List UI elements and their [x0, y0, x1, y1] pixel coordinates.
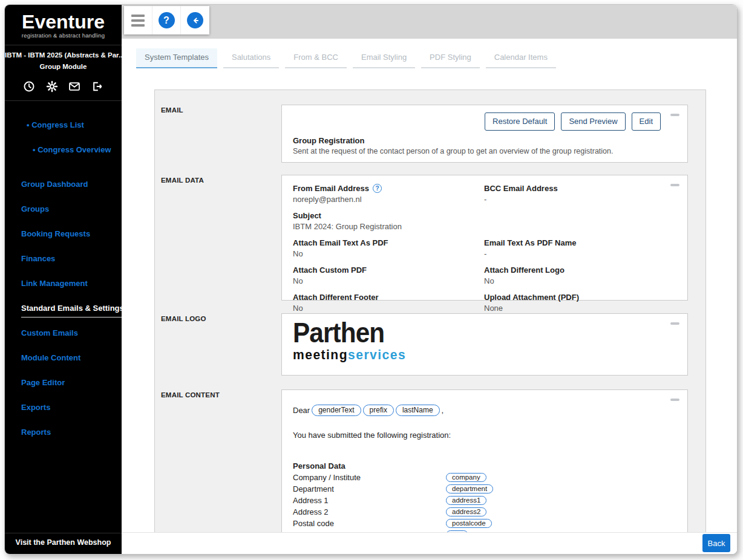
- field-empty: [484, 211, 676, 231]
- section-email-content-label: EMAIL CONTENT: [155, 389, 281, 532]
- bullet-icon: •: [33, 145, 36, 154]
- menu-button[interactable]: [124, 6, 152, 34]
- sidebar: Eventure registration & abstract handlin…: [5, 5, 122, 554]
- token-company: company: [446, 473, 486, 482]
- token-address1: address1: [446, 496, 486, 505]
- section-email-data-label: EMAIL DATA: [155, 175, 281, 301]
- main-area: ? System Templates Salutations From & BC…: [122, 5, 737, 554]
- email-template-description: Sent at the request of the contact perso…: [293, 147, 676, 155]
- edit-button[interactable]: Edit: [632, 112, 661, 131]
- parthen-logo: Parthen: [293, 318, 638, 347]
- sidebar-item-finances[interactable]: Finances: [21, 254, 122, 263]
- sidebar-nav: • Congress List • Congress Overview Grou…: [5, 101, 122, 533]
- sidebar-item-reports[interactable]: Reports: [21, 428, 122, 437]
- app-logo: Eventure registration & abstract handlin…: [5, 5, 122, 45]
- content-row-postalcode: Postal code postalcode: [293, 519, 676, 527]
- back-button[interactable]: Back: [702, 534, 730, 552]
- field-pdf-name: Email Text As PDF Name -: [484, 238, 676, 258]
- sidebar-item-booking-requests[interactable]: Booking Requests: [21, 229, 122, 238]
- collapse-dash-icon[interactable]: [670, 184, 679, 186]
- sidebar-item-groups[interactable]: Groups: [21, 204, 122, 213]
- settings-gear-icon[interactable]: [46, 80, 58, 93]
- settings-panel: EMAIL Restore Default Send Preview Edit …: [154, 90, 706, 532]
- collapse-dash-icon[interactable]: [670, 114, 679, 116]
- email-template-title: Group Registration: [293, 136, 676, 145]
- footer-bar: Back: [122, 532, 737, 554]
- collapse-dash-icon[interactable]: [670, 322, 679, 325]
- tab-calendar-items[interactable]: Calendar Items: [486, 48, 556, 68]
- token-gendertext: genderText: [312, 405, 361, 416]
- intro-text: You have submitted the following registr…: [293, 431, 676, 440]
- field-attach-custom-pdf: Attach Custom PDF No: [293, 265, 484, 285]
- email-logo-card: Parthen meetingservices: [281, 313, 688, 376]
- token-lastname: lastName: [396, 405, 440, 416]
- greeting-line: Dear genderText prefix lastName ,: [293, 405, 676, 416]
- section-email: EMAIL Restore Default Send Preview Edit …: [155, 105, 705, 163]
- arrow-left-icon: [187, 12, 203, 28]
- back-nav-button[interactable]: [181, 6, 209, 34]
- tab-bar: System Templates Salutations From & BCC …: [136, 48, 556, 68]
- app-logo-title: Eventure: [7, 12, 119, 31]
- field-attach-email-text: Attach Email Text As PDF No: [293, 238, 484, 258]
- sidebar-item-congress-list[interactable]: • Congress List: [21, 120, 122, 129]
- app-window: Eventure registration & abstract handlin…: [4, 4, 738, 555]
- section-email-content: EMAIL CONTENT Dear genderText prefix las…: [155, 389, 705, 532]
- sidebar-icon-row: [5, 75, 122, 101]
- email-card: Restore Default Send Preview Edit Group …: [281, 105, 688, 163]
- tab-email-styling[interactable]: Email Styling: [353, 48, 415, 68]
- content-row-department: Department department: [293, 484, 676, 493]
- logout-icon[interactable]: [91, 80, 103, 93]
- field-subject: Subject IBTM 2024: Group Registration: [293, 211, 484, 231]
- section-email-logo: EMAIL LOGO Parthen meetingservices: [155, 313, 705, 376]
- send-preview-button[interactable]: Send Preview: [561, 112, 625, 131]
- help-button[interactable]: ?: [152, 6, 181, 34]
- sidebar-item-congress-overview[interactable]: • Congress Overview: [21, 145, 122, 154]
- sidebar-item-standard-emails[interactable]: Standard Emails & Settings: [21, 304, 122, 317]
- toolbar: ?: [124, 6, 209, 34]
- token-postalcode: postalcode: [446, 519, 492, 528]
- sidebar-item-group-dashboard[interactable]: Group Dashboard: [21, 180, 122, 189]
- hamburger-icon: [131, 15, 145, 27]
- section-email-data: EMAIL DATA From Email Address ? noreply@…: [155, 175, 705, 301]
- restore-default-button[interactable]: Restore Default: [485, 112, 555, 131]
- content-area: System Templates Salutations From & BCC …: [122, 39, 737, 532]
- app-logo-subtitle: registration & abstract handling: [7, 32, 119, 39]
- token-address2: address2: [446, 507, 486, 516]
- email-content-card: Dear genderText prefix lastName , You ha…: [281, 389, 688, 532]
- field-upload-attachment: Upload Attachment (PDF) None: [484, 293, 676, 313]
- congress-header: IBTM - IBTM 2025 (Abstracts & Par... Gro…: [5, 45, 122, 75]
- personal-data-heading: Personal Data: [293, 461, 676, 470]
- field-attach-different-footer: Attach Different Footer No: [293, 293, 484, 313]
- section-email-logo-label: EMAIL LOGO: [155, 313, 281, 376]
- tab-pdf-styling[interactable]: PDF Styling: [421, 48, 480, 68]
- sidebar-item-link-management[interactable]: Link Management: [21, 279, 122, 288]
- parthen-logo-subtitle: meetingservices: [293, 347, 661, 363]
- collapse-dash-icon[interactable]: [670, 399, 679, 401]
- module-title: Group Module: [5, 61, 122, 73]
- sidebar-item-exports[interactable]: Exports: [21, 403, 122, 412]
- email-data-card: From Email Address ? noreply@parthen.nl …: [281, 175, 688, 301]
- congress-title: IBTM - IBTM 2025 (Abstracts & Par...: [5, 50, 122, 61]
- sidebar-item-module-content[interactable]: Module Content: [21, 353, 122, 362]
- webshop-link[interactable]: Visit the Parthen Webshop: [5, 533, 122, 554]
- email-card-buttons: Restore Default Send Preview Edit: [293, 112, 676, 131]
- content-row-address1: Address 1 address1: [293, 496, 676, 504]
- content-row-company: Company / Institute company: [293, 473, 676, 481]
- tab-salutations[interactable]: Salutations: [223, 48, 279, 68]
- tab-from-bcc[interactable]: From & BCC: [285, 48, 347, 68]
- token-department: department: [446, 484, 493, 493]
- sidebar-item-page-editor[interactable]: Page Editor: [21, 378, 122, 387]
- history-clock-icon[interactable]: [23, 80, 35, 93]
- content-row-address2: Address 2 address2: [293, 507, 676, 516]
- field-bcc-email: BCC Email Address -: [484, 184, 676, 204]
- question-icon: ?: [159, 12, 175, 28]
- tab-system-templates[interactable]: System Templates: [136, 48, 217, 68]
- bullet-icon: •: [27, 120, 30, 129]
- mail-envelope-icon[interactable]: [68, 80, 80, 93]
- field-from-email: From Email Address ? noreply@parthen.nl: [293, 184, 484, 204]
- help-icon[interactable]: ?: [373, 184, 382, 193]
- sidebar-item-custom-emails[interactable]: Custom Emails: [21, 328, 122, 337]
- token-prefix: prefix: [363, 405, 394, 416]
- top-strip: ?: [122, 5, 737, 39]
- field-attach-different-logo: Attach Different Logo No: [484, 265, 676, 285]
